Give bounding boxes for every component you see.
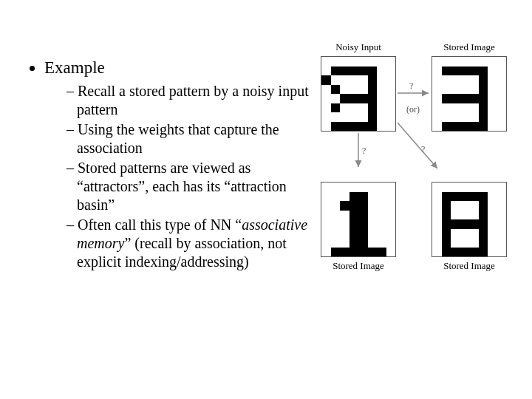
pixels-noisy-3 <box>321 57 395 131</box>
emphasis-associative-memory: associative memory <box>77 216 307 251</box>
text-content: Example Recall a stored pattern by a noi… <box>28 58 324 276</box>
sub-bullet-4: Often call this type of NN “associative … <box>66 216 324 271</box>
arrow-q-down: ? <box>362 146 366 156</box>
label-stored-image-bl: Stored Image <box>310 260 406 272</box>
label-stored-image-br: Stored Image <box>421 260 517 272</box>
pixels-clean-3 <box>432 57 506 131</box>
sub-bullet-3: Stored patterns are viewed as “attractor… <box>66 159 324 214</box>
bullet-example-label: Example <box>44 58 105 77</box>
tile-clean-3 <box>432 56 507 132</box>
pixels-one <box>321 183 395 256</box>
label-noisy-input: Noisy Input <box>310 41 406 53</box>
sub-bullets: Recall a stored pattern by a noisy input… <box>66 82 324 271</box>
tile-eight <box>432 182 507 257</box>
bullet-example: Example Recall a stored pattern by a noi… <box>44 58 324 271</box>
sub-bullet-2: Using the weights that capture the assoc… <box>66 120 324 157</box>
tile-noisy-input-col: Noisy Input <box>310 41 406 146</box>
slide: Example Recall a stored pattern by a noi… <box>0 0 532 399</box>
tile-stored-8-col: Stored Image <box>421 167 517 272</box>
sub-bullet-1: Recall a stored pattern by a noisy input… <box>66 82 324 119</box>
pixels-eight <box>432 183 506 256</box>
label-stored-image-top: Stored Image <box>421 41 517 53</box>
tile-stored-3-col: Stored Image <box>421 41 517 146</box>
tile-stored-1-col: Stored Image <box>310 167 406 272</box>
tile-one <box>321 182 396 257</box>
tile-noisy-3 <box>321 56 396 132</box>
figure: ? ? ? (or) Noisy Input Stored Image <box>310 41 517 272</box>
